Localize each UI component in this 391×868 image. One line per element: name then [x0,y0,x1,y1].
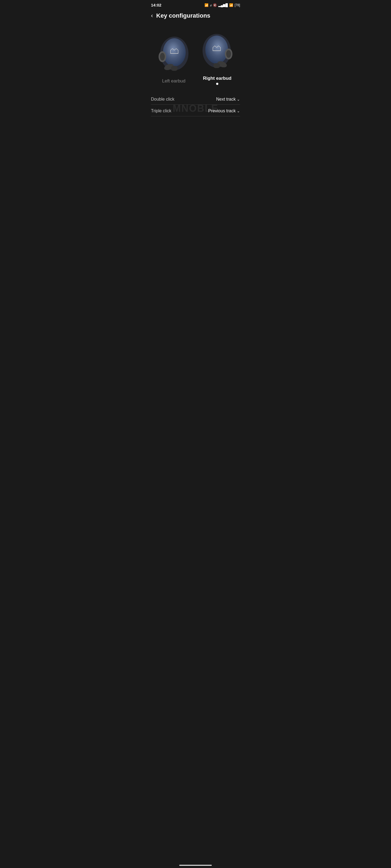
double-click-value[interactable]: Next track ⌄ [216,97,240,102]
svg-point-13 [226,50,231,58]
svg-point-1 [163,38,186,66]
battery-icon: [78] [234,3,240,7]
left-earbud-item[interactable]: Left earbud [152,32,196,85]
right-earbud-label[interactable]: Right earbud [203,76,232,81]
status-icons: 📶 ⅎ 🔇 ▂▄▆█ 📶 [78] [204,3,240,7]
svg-point-9 [205,35,228,64]
triple-click-chevron: ⌄ [237,109,240,113]
svg-point-5 [160,53,165,61]
active-indicator-dot [216,83,218,85]
status-bar: 14:02 📶 ⅎ 🔇 ▂▄▆█ 📶 [78] [147,0,244,9]
header: ‹ Key configurations [147,9,244,24]
config-section: Double click Next track ⌄ Triple click P… [147,85,244,116]
left-earbud-image [155,32,193,75]
svg-rect-15 [214,63,220,68]
double-click-value-text: Next track [216,97,236,102]
mute-icon: 🔇 [213,3,217,7]
back-button[interactable]: ‹ [151,13,153,19]
triple-click-value-text: Previous track [208,108,236,113]
bluetooth-symbol: ⅎ [210,3,212,7]
status-time: 14:02 [151,3,161,7]
right-earbud-image [198,29,236,72]
double-click-label: Double click [151,97,174,102]
double-click-row[interactable]: Double click Next track ⌄ [151,93,240,105]
earbuds-container: Left earbud [147,24,244,85]
triple-click-value[interactable]: Previous track ⌄ [208,108,240,113]
signal-icon: ▂▄▆█ [218,3,228,7]
battery-display: [78] [234,3,240,7]
svg-rect-7 [171,66,177,71]
left-earbud-label[interactable]: Left earbud [162,79,186,84]
triple-click-label: Triple click [151,108,171,113]
wifi-icon: 📶 [229,3,233,7]
double-click-chevron: ⌄ [237,97,240,101]
bluetooth-icon: 📶 [204,3,208,7]
page-title: Key configurations [156,12,210,19]
right-earbud-item[interactable]: Right earbud [196,29,239,85]
triple-click-row[interactable]: Triple click Previous track ⌄ [151,105,240,116]
